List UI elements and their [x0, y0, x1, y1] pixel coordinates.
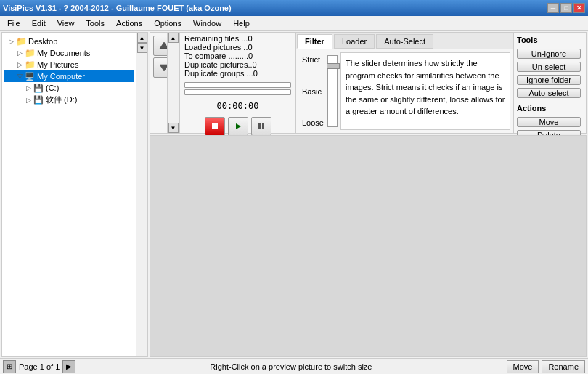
pause-button[interactable] [251, 117, 271, 136]
menu-file[interactable]: File [1, 16, 26, 30]
move-button[interactable]: Move [517, 117, 581, 127]
folder-tree: ▷ 📁 Desktop ▷ 📁 My Documents ▷ 📁 My Pict… [2, 33, 136, 109]
title-bar-controls: ─ □ ✕ [547, 3, 585, 13]
status-move-button[interactable]: Move [507, 360, 539, 373]
status-rename-button[interactable]: Rename [542, 360, 585, 373]
strict-label: Strict [302, 55, 322, 64]
tab-loader[interactable]: Loader [334, 34, 375, 49]
tree-label: Desktop [28, 37, 57, 46]
menu-help[interactable]: Help [227, 16, 256, 30]
preview-area[interactable] [150, 135, 587, 357]
expand-icon: ▷ [15, 49, 24, 57]
filter-content: Strict Basic Loose The slider determines… [296, 49, 513, 133]
ignore-folder-button[interactable]: Ignore folder [517, 75, 581, 85]
main-container: ▷ 📁 Desktop ▷ 📁 My Documents ▷ 📁 My Pict… [0, 31, 588, 358]
menu-view[interactable]: View [52, 16, 81, 30]
unselect-button[interactable]: Un-select [517, 62, 581, 72]
svg-rect-3 [212, 123, 218, 129]
playback-controls [180, 117, 295, 136]
progress-bar-2 [184, 89, 291, 95]
folder-tree-panel: ▷ 📁 Desktop ▷ 📁 My Documents ▷ 📁 My Pict… [1, 32, 148, 357]
top-controls: + ▲ ▼ Remaining files ...0 [150, 32, 587, 134]
svg-text:+: + [163, 43, 166, 49]
tree-label: 软件 (D:) [46, 94, 77, 105]
folder-icon: 📁 [24, 48, 36, 58]
status-message: Right-Click on a preview picture to swit… [78, 362, 503, 371]
menu-options[interactable]: Options [148, 16, 187, 30]
tree-scrollbar[interactable]: ▲ ▼ [136, 33, 147, 356]
menu-bar: File Edit View Tools Actions Options Win… [0, 16, 588, 31]
to-compare-stat: To compare .........0 [184, 52, 291, 60]
tree-label: My Computer [37, 72, 85, 81]
tree-item-desktop[interactable]: ▷ 📁 Desktop [4, 36, 134, 47]
tree-item-drive-c[interactable]: ▷ 💾 (C:) [4, 82, 134, 94]
basic-label: Basic [302, 87, 322, 96]
tools-panel: Tools Un-ignore Un-select Ignore folder … [513, 33, 586, 133]
menu-edit[interactable]: Edit [26, 16, 52, 30]
duplicate-pictures-stat: Duplicate pictures..0 [184, 60, 291, 69]
progress-section [180, 79, 295, 98]
scroll-down-image[interactable]: ▼ [168, 123, 179, 133]
svg-rect-6 [262, 123, 264, 129]
filter-panel: Filter Loader Auto-Select Strict Basic L… [295, 33, 513, 133]
tab-filter[interactable]: Filter [297, 34, 332, 49]
svg-rect-5 [258, 123, 261, 129]
image-scrollbar-v[interactable]: ▲ ▼ [167, 33, 179, 133]
actions-label: Actions [517, 104, 583, 113]
page-info: Page 1 of 1 [19, 362, 60, 371]
loose-label: Loose [302, 118, 322, 127]
minimize-button[interactable]: ─ [547, 3, 559, 13]
tree-item-drive-d[interactable]: ▷ 💾 软件 (D:) [4, 94, 134, 106]
play-button[interactable] [228, 117, 248, 136]
expand-icon: ▷ [7, 37, 15, 46]
menu-tools[interactable]: Tools [80, 16, 110, 30]
title-bar: VisiPics V1.31 - ? 2004-2012 - Guillaume… [0, 0, 588, 16]
scroll-down-button[interactable]: ▼ [137, 43, 147, 53]
tab-auto-select[interactable]: Auto-Select [376, 34, 433, 49]
expand-icon: ▽ [15, 72, 24, 81]
tree-label: My Pictures [37, 60, 78, 69]
app-title: VisiPics V1.31 - ? 2004-2012 - Guillaume… [3, 4, 232, 12]
folder-icon: 📁 [24, 60, 36, 70]
tree-item-my-pictures[interactable]: ▷ 📁 My Pictures [4, 59, 134, 70]
svg-marker-4 [236, 123, 241, 129]
filter-tabs: Filter Loader Auto-Select [296, 33, 513, 49]
image-preview-area: ▲ ▼ [178, 33, 179, 133]
maximize-button[interactable]: □ [560, 3, 572, 13]
tree-item-my-documents[interactable]: ▷ 📁 My Documents [4, 47, 134, 59]
status-icon-right[interactable]: ▶ [62, 360, 75, 373]
filter-description: The slider determines how strictly the p… [340, 52, 510, 130]
scroll-up-image[interactable]: ▲ [168, 33, 179, 43]
folder-icon: 📁 [15, 36, 27, 46]
stats-panel: Remaining files ...0 Loaded pictures ..0… [180, 33, 295, 79]
expand-icon: ▷ [24, 84, 33, 92]
expand-icon: ▷ [24, 96, 33, 105]
tree-label: (C:) [46, 84, 59, 92]
drive-icon: 💾 [33, 83, 44, 93]
stop-button[interactable] [205, 117, 225, 136]
status-bar: ⊞ Page 1 of 1 ▶ Right-Click on a preview… [0, 358, 588, 374]
status-icon-left[interactable]: ⊞ [3, 360, 16, 373]
scroll-up-button[interactable]: ▲ [137, 33, 147, 43]
expand-icon: ▷ [15, 60, 24, 69]
tree-label: My Documents [37, 49, 90, 57]
remaining-files-stat: Remaining files ...0 [184, 34, 291, 43]
duplicate-groups-stat: Duplicate groups ...0 [184, 69, 291, 78]
menu-window[interactable]: Window [187, 16, 227, 30]
computer-icon: 🖥️ [24, 71, 36, 81]
right-panel: + ▲ ▼ Remaining files ...0 [150, 32, 587, 357]
tree-item-my-computer[interactable]: ▽ 🖥️ My Computer [4, 70, 134, 82]
progress-bar-1 [184, 82, 291, 88]
close-button[interactable]: ✕ [573, 3, 585, 13]
unignore-button[interactable]: Un-ignore [517, 49, 581, 59]
auto-select-button[interactable]: Auto-select [517, 88, 581, 98]
loaded-pictures-stat: Loaded pictures ..0 [184, 43, 291, 52]
timer-display: 00:00:00 [180, 101, 295, 111]
drive-icon: 💾 [33, 95, 44, 105]
similarity-slider[interactable] [327, 55, 338, 127]
tools-label: Tools [517, 36, 583, 44]
menu-actions[interactable]: Actions [110, 16, 148, 30]
slider-thumb[interactable] [327, 63, 340, 69]
slider-labels: Strict Basic Loose [299, 52, 324, 130]
